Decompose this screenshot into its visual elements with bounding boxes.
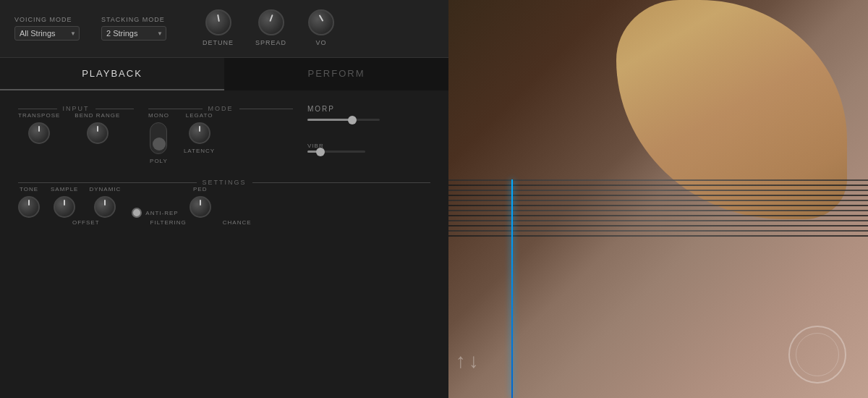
transpose-label: TRANSPOSE — [18, 112, 60, 119]
tabs-row: PLAYBACK PERFORM — [0, 58, 448, 90]
morph-slider-area: MORP VIBR — [307, 105, 380, 153]
anti-rep-label: ANTI-REP — [145, 210, 178, 216]
offset-col: OFFSET — [72, 219, 100, 226]
vibr-area: VIBR — [307, 137, 380, 153]
anti-rep-group: ANTI-REP — [132, 208, 178, 218]
voicing-mode-wrapper: All Strings Single String Chord Mode ▼ — [14, 26, 80, 41]
input-line-left — [18, 109, 57, 109]
logo-inner — [796, 333, 839, 376]
offset-label: OFFSET — [72, 219, 100, 226]
input-line-right — [95, 109, 135, 109]
settings-header: SETTINGS — [18, 179, 430, 186]
voicing-mode-group: VOICING MODE All Strings Single String C… — [14, 16, 80, 41]
input-title: INPUT — [63, 105, 90, 112]
mode-line-right — [239, 109, 294, 109]
morph-h-slider-area — [307, 119, 380, 121]
toggle-dot — [153, 137, 166, 151]
input-header: INPUT — [18, 105, 134, 112]
tone-col: TONE — [18, 186, 40, 218]
morph-title: MORP — [307, 105, 380, 113]
mode-line-left — [148, 109, 203, 109]
settings-title: SETTINGS — [203, 179, 247, 186]
anti-rep-toggle: ANTI-REP — [132, 208, 178, 218]
detune-label: DETUNE — [203, 39, 234, 46]
voice-group: VO — [308, 9, 334, 46]
spread-knob[interactable] — [258, 9, 284, 35]
morph-block: MORP VIBR — [307, 105, 380, 164]
vibr-slider-handle[interactable] — [316, 148, 325, 156]
mode-knobs-row: MONO POLY LEGATO LATENCY — [148, 112, 293, 164]
sample-knob[interactable] — [54, 196, 75, 218]
dynamic-label: DYNAMIC — [89, 186, 121, 192]
legato-knob[interactable] — [189, 122, 210, 144]
stacking-mode-wrapper: 2 Strings 3 Strings 4 Strings ▼ — [101, 26, 166, 41]
main-content: INPUT TRANSPOSE BEND RANGE — [0, 90, 448, 398]
mono-poly-switch[interactable] — [150, 122, 167, 154]
settings-first-row: TONE SAMPLE DYNAMIC ANTI-REP — [18, 186, 430, 218]
tone-label: TONE — [20, 186, 38, 192]
voicing-mode-label: VOICING MODE — [14, 16, 80, 23]
dynamic-knob[interactable] — [94, 196, 116, 218]
bend-range-label: BEND RANGE — [75, 112, 120, 119]
tab-perform[interactable]: PERFORM — [224, 58, 448, 90]
input-knobs-row: TRANSPOSE BEND RANGE — [18, 112, 134, 144]
top-bar: VOICING MODE All Strings Single String C… — [0, 0, 448, 58]
chance-label: CHANCE — [223, 219, 252, 226]
right-panel: ↑↓ — [448, 0, 868, 398]
legato-label: LEGATO — [186, 112, 213, 119]
mono-poly-toggle: MONO POLY — [148, 112, 169, 164]
morph-slider-handle[interactable] — [348, 116, 357, 124]
anti-rep-circle[interactable] — [132, 208, 142, 218]
tab-playback[interactable]: PLAYBACK — [0, 58, 224, 90]
ped-label: PED — [193, 186, 207, 192]
logo-circle — [788, 326, 846, 384]
sample-label: SAMPLE — [51, 186, 78, 192]
spread-group: SPREAD — [255, 9, 286, 46]
stacking-mode-label: STACKING MODE — [101, 16, 166, 23]
filtering-col: FILTERING — [150, 219, 187, 226]
controls-row: INPUT TRANSPOSE BEND RANGE — [18, 105, 430, 164]
mode-title: MODE — [208, 105, 234, 112]
morph-slider-track — [307, 119, 380, 121]
voicing-mode-select[interactable]: All Strings Single String Chord Mode — [14, 26, 80, 41]
stacking-mode-select[interactable]: 2 Strings 3 Strings 4 Strings — [101, 26, 166, 41]
mono-label: MONO — [148, 112, 169, 119]
bend-range-knob[interactable] — [87, 122, 109, 144]
detune-group: DETUNE — [203, 9, 234, 46]
ped-knob[interactable] — [190, 196, 211, 218]
vibr-slider-track — [307, 151, 365, 153]
spread-label: SPREAD — [255, 39, 286, 46]
detune-knob[interactable] — [205, 9, 231, 35]
instrument-image: ↑↓ — [448, 0, 868, 398]
bend-range-col: BEND RANGE — [75, 112, 120, 144]
morph-slider-fill — [307, 119, 351, 121]
input-block: INPUT TRANSPOSE BEND RANGE — [18, 105, 134, 164]
settings-line-left — [18, 182, 197, 183]
top-knobs: DETUNE SPREAD VO — [203, 9, 334, 46]
voice-knob[interactable] — [308, 9, 334, 35]
latency-label: LATENCY — [184, 148, 215, 154]
filtering-label: FILTERING — [150, 219, 187, 226]
stacking-mode-group: STACKING MODE 2 Strings 3 Strings 4 Stri… — [101, 16, 166, 41]
dynamic-col: DYNAMIC — [89, 186, 121, 218]
sample-col: SAMPLE — [51, 186, 78, 218]
ped-col: PED — [190, 186, 211, 218]
blue-string — [511, 179, 513, 399]
transpose-col: TRANSPOSE — [18, 112, 60, 144]
svg-text:↑↓: ↑↓ — [456, 350, 482, 372]
voice-label: VO — [316, 39, 327, 46]
mode-block: MODE MONO POLY LEGATO — [148, 105, 293, 164]
tone-knob[interactable] — [18, 196, 40, 218]
brand-text: ↑↓ — [456, 346, 499, 380]
settings-second-row: OFFSET FILTERING CHANCE — [18, 219, 430, 226]
settings-line-right — [252, 182, 431, 183]
settings-block: SETTINGS TONE SAMPLE DYNAMIC — [18, 179, 430, 226]
left-panel: VOICING MODE All Strings Single String C… — [0, 0, 448, 398]
chance-col: CHANCE — [223, 219, 252, 226]
transpose-knob[interactable] — [28, 122, 50, 144]
poly-label: POLY — [150, 158, 168, 164]
mode-header: MODE — [148, 105, 293, 112]
legato-col: LEGATO LATENCY — [184, 112, 215, 164]
